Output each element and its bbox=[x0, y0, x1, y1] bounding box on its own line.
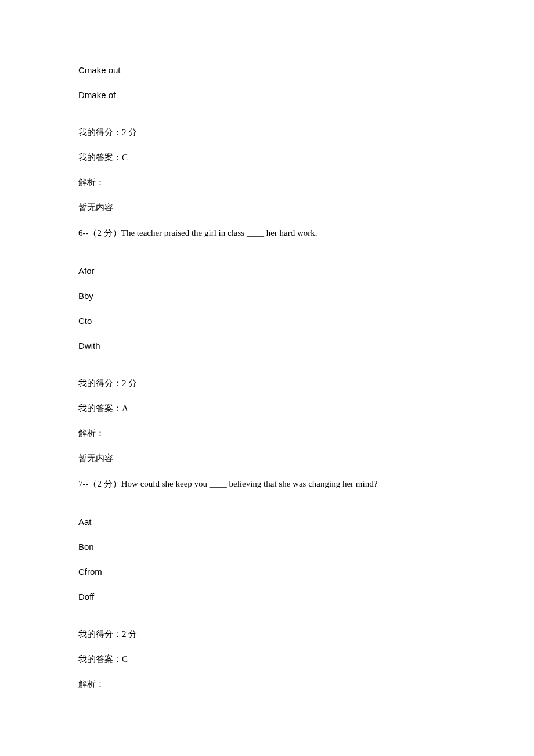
q7-prompt: 7--（2 分）How could she keep you ____ beli… bbox=[78, 477, 456, 490]
spacer bbox=[78, 503, 456, 516]
q7-option-a: Aat bbox=[78, 516, 456, 528]
q5-answer: 我的答案：C bbox=[78, 152, 456, 164]
q5-score: 我的得分：2 分 bbox=[78, 127, 456, 139]
q6-score: 我的得分：2 分 bbox=[78, 377, 456, 390]
q6-option-a: Afor bbox=[78, 265, 456, 277]
q7-option-d: Doff bbox=[78, 591, 456, 603]
q7-answer: 我的答案：C bbox=[78, 653, 456, 665]
q6-prompt-text: 6--（2 分）The teacher praised the girl in … bbox=[78, 228, 317, 237]
q5-option-c: Cmake out bbox=[78, 64, 456, 76]
q5-analysis-label: 解析： bbox=[78, 177, 456, 189]
spacer bbox=[78, 252, 456, 265]
q5-option-d: Dmake of bbox=[78, 89, 456, 101]
q6-analysis-body: 暂无内容 bbox=[78, 452, 456, 465]
spacer bbox=[78, 365, 456, 377]
q6-answer: 我的答案：A bbox=[78, 402, 456, 415]
q6-option-c: Cto bbox=[78, 315, 456, 327]
q7-option-c: Cfrom bbox=[78, 566, 456, 578]
q6-prompt: 6--（2 分）The teacher praised the girl in … bbox=[78, 226, 456, 239]
spacer bbox=[78, 615, 456, 628]
q5-analysis-body: 暂无内容 bbox=[78, 201, 456, 214]
q6-option-b: Bby bbox=[78, 290, 456, 302]
spacer bbox=[78, 114, 456, 127]
document-page: Cmake out Dmake of 我的得分：2 分 我的答案：C 解析： 暂… bbox=[0, 0, 534, 738]
q7-prompt-text: 7--（2 分）How could she keep you ____ beli… bbox=[78, 479, 377, 488]
q7-analysis-label: 解析： bbox=[78, 678, 456, 690]
q7-score: 我的得分：2 分 bbox=[78, 628, 456, 640]
q6-option-d: Dwith bbox=[78, 340, 456, 352]
q7-option-b: Bon bbox=[78, 541, 456, 553]
q6-analysis-label: 解析： bbox=[78, 427, 456, 440]
